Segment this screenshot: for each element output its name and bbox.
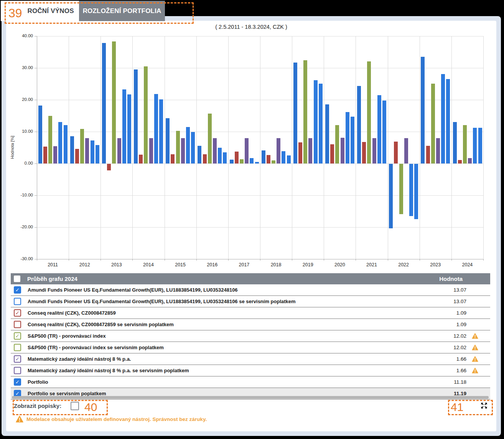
warning-triangle-icon [16, 416, 23, 422]
gridline-v [324, 36, 324, 259]
x-axis-label: 2018 [260, 262, 292, 267]
bar-2017-s2 [240, 159, 244, 163]
x-tick [388, 259, 388, 261]
bar-2014-s1 [139, 155, 143, 163]
row-label: Amundi Funds Pioneer US Eq.Fundamental G… [28, 287, 421, 293]
x-axis-label: 2011 [37, 262, 69, 267]
bar-2012-s4 [91, 140, 94, 163]
bar-2014-s4 [154, 94, 158, 163]
legend-rows: ✓Amundi Funds Pioneer US Eq.Fundamental … [11, 284, 490, 399]
x-axis-label: 2023 [420, 262, 451, 267]
bar-2011-s5 [64, 125, 68, 163]
y-tick-label: 10.00 [12, 129, 33, 134]
bar-2015-s2 [176, 131, 180, 163]
bar-2024-s5 [478, 128, 482, 163]
gridline-v [196, 36, 197, 259]
bar-2017-s3 [245, 138, 249, 163]
warning-note: Modelace obsahuje uživatelem definovaný … [16, 416, 207, 422]
gridline-v [228, 36, 229, 259]
bar-2019-s5 [319, 84, 323, 163]
legend-row-6[interactable]: ✓Matematický zadaný ideální nástroj 8 % … [11, 353, 490, 365]
row-checkbox[interactable] [14, 344, 21, 351]
annotation-box-39 [5, 2, 194, 24]
y-tick-label: 40.00 [12, 33, 33, 38]
x-axis-label: 2012 [69, 262, 100, 267]
y-tick-label: 0.00 [12, 161, 33, 165]
row-label: Portfolio se servisním poplatkem [28, 391, 421, 396]
x-tick [324, 259, 324, 261]
bar-2015-s3 [181, 138, 185, 163]
row-checkbox[interactable]: ✓ [14, 332, 21, 340]
row-value: 12.02 [421, 345, 466, 350]
bar-2018-s5 [287, 155, 291, 163]
bar-2018-s3 [277, 138, 280, 163]
gridline-v [260, 36, 260, 259]
legend-row-2[interactable]: ✓Conseq realitní (CZK), CZ00084728591.09 [11, 307, 490, 319]
bar-2016-s4 [218, 148, 222, 163]
legend-row-7[interactable]: Matematický zadaný ideální nástroj 8 % p… [11, 365, 490, 376]
row-checkbox[interactable]: ✓ [14, 355, 21, 363]
legend-table: Průběh grafu 2024 Hodnota ✓Amundi Funds … [11, 273, 490, 399]
bar-2014-s5 [159, 99, 163, 163]
x-axis-label: 2015 [165, 262, 196, 267]
horizontal-scrollbar[interactable] [12, 396, 489, 399]
legend-row-5[interactable]: S&P500 (TR) - porovnávací index se servi… [11, 342, 490, 353]
select-all-checkbox[interactable] [14, 276, 20, 282]
legend-row-1[interactable]: Amundi Funds Pioneer US Eq.Fundamental G… [11, 296, 490, 307]
bar-2011-s0 [38, 106, 42, 163]
bar-2020-s3 [341, 138, 344, 163]
bar-2012-s1 [75, 149, 79, 163]
legend-table-title: Průběh grafu 2024 [27, 276, 394, 282]
row-checkbox[interactable]: ✓ [14, 378, 21, 386]
gridline-v [100, 36, 101, 259]
y-tick-label: 20.00 [12, 97, 33, 102]
legend-row-4[interactable]: ✓S&P500 (TR) - porovnávací index12.02 [11, 330, 490, 342]
row-warning-icon [466, 345, 490, 350]
bar-2021-s0 [357, 86, 361, 163]
x-tick [132, 259, 133, 261]
bar-2011-s2 [48, 116, 52, 163]
bar-2015-s1 [171, 154, 175, 163]
bar-2023-s1 [426, 146, 430, 163]
expand-icon[interactable] [480, 402, 488, 409]
bar-2012-s2 [80, 129, 84, 163]
bar-2014-s3 [149, 138, 153, 163]
annotation-number-39: 39 [8, 7, 22, 19]
row-label: Conseq realitní (CZK), CZ0008472859 [28, 310, 421, 316]
warning-note-text: Modelace obsahuje uživatelem definovaný … [26, 416, 207, 422]
chart-title: ( 2.5.2011 - 18.3.2024, CZK ) [6, 24, 496, 30]
row-checkbox[interactable] [14, 321, 21, 328]
bar-2015-s4 [186, 127, 190, 163]
legend-row-3[interactable]: Conseq realitní (CZK), CZ0008472859 se s… [11, 319, 490, 330]
x-axis-label: 2017 [228, 262, 260, 267]
x-tick [100, 259, 101, 261]
x-axis-label: 2013 [100, 262, 132, 267]
bar-2017-s0 [230, 160, 234, 163]
bar-2024-s3 [468, 158, 472, 163]
row-checkbox[interactable]: ✓ [14, 286, 21, 294]
bar-2017-s4 [250, 158, 254, 163]
bar-2019-s2 [303, 60, 307, 163]
gridline-v [37, 36, 37, 259]
bar-2021-s2 [367, 61, 371, 163]
y-tick-label: -10.00 [12, 193, 33, 197]
y-tick-label: -20.00 [12, 224, 33, 229]
x-axis-label: 2024 [451, 262, 483, 267]
row-value: 12.02 [421, 333, 466, 339]
bar-2013-s1 [107, 164, 111, 170]
row-value: 1.66 [421, 368, 466, 373]
row-checkbox[interactable] [14, 298, 21, 305]
legend-row-8[interactable]: ✓Portfolio11.18 [11, 376, 490, 388]
legend-row-0[interactable]: ✓Amundi Funds Pioneer US Eq.Fundamental … [11, 284, 490, 296]
bar-2023-s3 [436, 138, 440, 163]
row-value: 13.07 [421, 299, 466, 304]
row-value: 1.66 [421, 356, 466, 362]
bar-2013-s4 [122, 89, 126, 163]
row-checkbox[interactable] [14, 367, 21, 374]
row-checkbox[interactable]: ✓ [14, 309, 21, 317]
bar-2023-s0 [421, 57, 425, 163]
bar-2013-s3 [117, 138, 121, 163]
x-tick [356, 259, 356, 261]
x-tick [165, 259, 165, 261]
bar-2020-s0 [325, 104, 329, 163]
